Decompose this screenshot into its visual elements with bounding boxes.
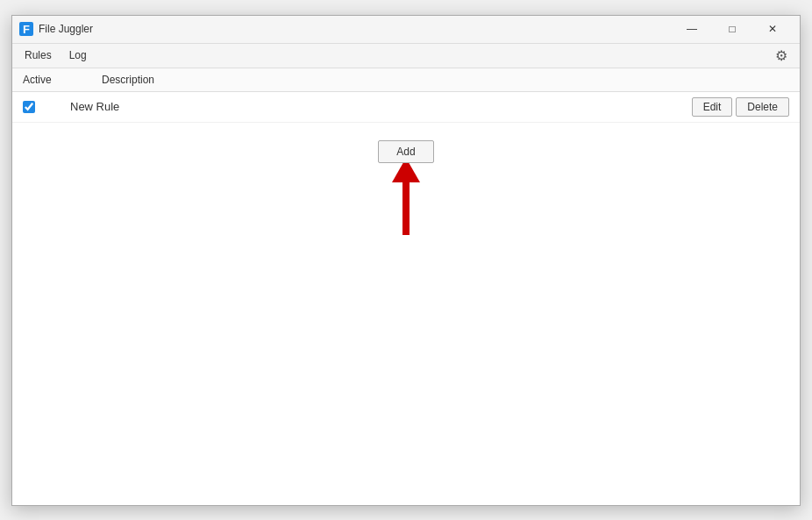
arrow-shaft <box>402 182 410 235</box>
content-area: Active Description New Rule Edit Delete … <box>12 68 800 505</box>
app-icon: F <box>19 22 33 36</box>
maximize-button[interactable]: □ <box>712 15 752 43</box>
table-body: New Rule Edit Delete Add <box>12 92 800 505</box>
window-controls: — □ ✕ <box>672 15 793 43</box>
table-header: Active Description <box>12 68 800 92</box>
edit-button[interactable]: Edit <box>692 97 733 117</box>
description-column-header: Description <box>102 74 154 86</box>
active-column-header: Active <box>23 74 67 86</box>
menu-bar: Rules Log ⚙ <box>12 44 800 68</box>
arrow-indicator <box>392 158 420 235</box>
window-title: File Juggler <box>39 23 672 35</box>
menu-item-rules[interactable]: Rules <box>16 46 61 65</box>
rule-active-checkbox[interactable] <box>23 101 35 113</box>
minimize-button[interactable]: — <box>672 15 712 43</box>
add-area: Add <box>12 123 800 181</box>
table-row: New Rule Edit Delete <box>12 92 800 123</box>
add-button[interactable]: Add <box>378 140 433 163</box>
close-button[interactable]: ✕ <box>752 15 793 43</box>
row-actions: Edit Delete <box>692 97 789 117</box>
title-bar: F File Juggler — □ ✕ <box>12 16 800 44</box>
rule-description: New Rule <box>70 100 657 113</box>
main-window: F File Juggler — □ ✕ Rules Log ⚙ Active … <box>11 15 801 506</box>
delete-button[interactable]: Delete <box>736 97 789 117</box>
settings-icon[interactable]: ⚙ <box>766 44 796 68</box>
menu-item-log[interactable]: Log <box>61 46 96 65</box>
